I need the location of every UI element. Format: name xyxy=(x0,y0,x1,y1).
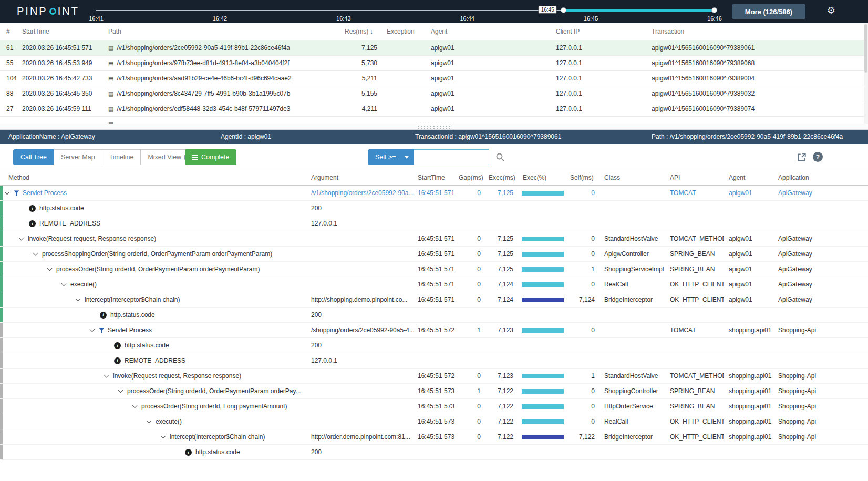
transaction-row-partial[interactable]: ▤ xyxy=(0,117,868,124)
app-logo[interactable]: PINPINT xyxy=(17,5,79,17)
col-header-method[interactable]: Method xyxy=(0,174,310,181)
col-header-argument[interactable]: Argument xyxy=(310,174,417,181)
timeline-handle-left[interactable] xyxy=(561,7,566,13)
tab-call-tree[interactable]: Call Tree xyxy=(13,149,54,165)
txn-path[interactable]: ▤/v1/shopping/orders/8c434729-7ff5-4991-… xyxy=(105,90,342,97)
tree-method[interactable]: iREMOTE_ADDRESS xyxy=(0,357,310,364)
tree-agent: shopping.api01 xyxy=(724,433,773,441)
tree-method[interactable]: iREMOTE_ADDRESS xyxy=(0,220,310,227)
tab-timeline[interactable]: Timeline xyxy=(102,149,141,165)
search-icon[interactable] xyxy=(495,152,505,162)
call-tree-row[interactable]: ihttp.status.code200 xyxy=(0,338,868,353)
tree-method[interactable]: invoke(Request request, Response respons… xyxy=(0,372,310,380)
call-tree-row[interactable]: invoke(Request request, Response respons… xyxy=(0,231,868,247)
tree-method[interactable]: execute() xyxy=(0,281,310,288)
txn-path[interactable]: ▤/v1/shopping/orders/97fb73ee-d81d-4913-… xyxy=(105,59,342,67)
call-tree-row[interactable]: ihttp.status.code200 xyxy=(0,445,868,460)
call-tree-row[interactable]: ihttp.status.code200 xyxy=(0,201,868,216)
chevron-down-icon[interactable] xyxy=(19,236,24,241)
chevron-down-icon[interactable] xyxy=(147,418,152,424)
col-header-gap-ms[interactable]: Gap(ms) xyxy=(459,174,485,181)
complete-button[interactable]: Complete xyxy=(185,149,236,165)
tab-server-map[interactable]: Server Map xyxy=(54,149,102,165)
call-tree-row[interactable]: execute()16:45:51 57307,1220RealCallOK_H… xyxy=(0,414,868,429)
col-header-path[interactable]: Path xyxy=(105,28,342,35)
call-tree-row[interactable]: iREMOTE_ADDRESS127.0.0.1 xyxy=(0,353,868,369)
call-tree-row[interactable]: execute()16:45:51 57107,1240RealCallOK_H… xyxy=(0,277,868,292)
call-tree-row[interactable]: Servlet Process/v1/shopping/orders/2ce05… xyxy=(0,186,868,201)
call-tree-row[interactable]: processOrder(String orderId, OrderPaymen… xyxy=(0,384,868,399)
tree-method[interactable]: execute() xyxy=(0,418,310,425)
call-tree-row[interactable]: iREMOTE_ADDRESS127.0.0.1 xyxy=(0,216,868,231)
col-header-class[interactable]: Class xyxy=(599,174,665,181)
tree-method[interactable]: intercept(Interceptor$Chain chain) xyxy=(0,296,310,303)
chevron-down-icon[interactable] xyxy=(132,403,138,408)
scrollbar-thumb[interactable] xyxy=(864,24,867,73)
call-tree-row[interactable]: intercept(Interceptor$Chain chain)http:/… xyxy=(0,292,868,308)
transaction-row[interactable]: 272020.03.26 16:45:59 111▤/v1/shopping/o… xyxy=(0,101,868,117)
chevron-down-icon[interactable] xyxy=(90,327,95,332)
sort-desc-icon: ↓ xyxy=(370,28,373,35)
col-header-exec-pct[interactable]: Exec(%) xyxy=(518,174,567,181)
col-header-index[interactable]: # xyxy=(0,28,19,35)
transaction-row[interactable]: 552020.03.26 16:45:53 949▤/v1/shopping/o… xyxy=(0,56,868,71)
tree-method[interactable]: ihttp.status.code xyxy=(0,204,310,212)
col-header-api[interactable]: API xyxy=(665,174,724,181)
tree-method[interactable]: processOrder(String orderId, OrderPaymen… xyxy=(0,265,310,273)
chevron-down-icon[interactable] xyxy=(47,266,53,271)
txn-path[interactable]: ▤/v1/shopping/orders/edf58448-32d3-454c-… xyxy=(105,105,342,112)
call-tree-row[interactable]: Servlet Process/shopping/orders/2ce05992… xyxy=(0,323,868,338)
col-header-start-time[interactable]: StartTime xyxy=(19,28,105,35)
col-header-exception[interactable]: Exception xyxy=(384,28,428,35)
call-tree-row[interactable]: ihttp.status.code200 xyxy=(0,308,868,323)
tree-method[interactable]: intercept(Interceptor$Chain chain) xyxy=(0,433,310,441)
txn-path[interactable]: ▤/v1/shopping/orders/aad91b29-ce4e-46b6-… xyxy=(105,75,342,82)
col-header-client-ip[interactable]: Client IP xyxy=(553,28,648,35)
col-header-res-ms[interactable]: Res(ms)↓ xyxy=(342,28,384,35)
tree-method[interactable]: invoke(Request request, Response respons… xyxy=(0,235,310,242)
chevron-down-icon[interactable] xyxy=(118,388,123,393)
col-header-application[interactable]: Application xyxy=(773,174,868,181)
transaction-row[interactable]: 612020.03.26 16:45:51 571▤/v1/shopping/o… xyxy=(0,40,868,56)
tree-method[interactable]: ihttp.status.code xyxy=(0,448,310,456)
info-agent-id: AgentId : apigw01 xyxy=(221,130,271,144)
chevron-down-icon[interactable] xyxy=(104,373,109,378)
chevron-down-icon[interactable] xyxy=(161,434,166,439)
call-tree-row[interactable]: intercept(Interceptor$Chain chain)http:/… xyxy=(0,429,868,445)
tree-method[interactable]: processShoppingOrder(String orderId, Ord… xyxy=(0,250,310,258)
txn-path[interactable]: ▤/v1/shopping/orders/2ce05992-90a5-419f-… xyxy=(105,44,342,52)
chevron-down-icon[interactable] xyxy=(76,296,81,302)
col-header-agent[interactable]: Agent xyxy=(724,174,773,181)
call-tree-row[interactable]: processOrder(String orderId, OrderPaymen… xyxy=(0,262,868,277)
call-tree-row[interactable]: invoke(Request request, Response respons… xyxy=(0,369,868,384)
chevron-down-icon[interactable] xyxy=(61,281,67,286)
tree-method[interactable]: Servlet Process xyxy=(0,326,310,334)
chevron-down-icon[interactable] xyxy=(5,190,10,195)
timeline-slider[interactable]: 16:45 16:41 16:42 16:43 16:44 16:45 16:4… xyxy=(96,0,715,23)
tree-method[interactable]: Servlet Process xyxy=(0,189,310,197)
col-header-start-time[interactable]: StartTime xyxy=(417,174,459,181)
transaction-row[interactable]: 1042020.03.26 16:45:42 733▤/v1/shopping/… xyxy=(0,71,868,86)
col-header-agent[interactable]: Agent xyxy=(428,28,553,35)
more-button[interactable]: More (126/586) xyxy=(732,4,805,19)
open-in-new-icon[interactable] xyxy=(797,152,807,162)
call-tree-row[interactable]: processShoppingOrder(String orderId, Ord… xyxy=(0,247,868,262)
col-header-transaction[interactable]: Transaction xyxy=(648,28,868,35)
transaction-row[interactable]: 882020.03.26 16:45:45 350▤/v1/shopping/o… xyxy=(0,86,868,101)
tree-method[interactable]: ihttp.status.code xyxy=(0,342,310,349)
filter-select[interactable]: Self >= xyxy=(368,149,414,165)
col-header-exec-ms[interactable]: Exec(ms) xyxy=(485,174,518,181)
tree-method[interactable]: processOrder(String orderId, OrderPaymen… xyxy=(0,387,310,395)
vertical-scrollbar[interactable] xyxy=(864,23,868,124)
timeline-handle-right[interactable] xyxy=(711,7,717,13)
txn-path[interactable]: ▤ xyxy=(105,120,342,124)
col-header-self-ms[interactable]: Self(ms) xyxy=(567,174,599,181)
call-tree-row[interactable]: processOrder(String orderId, Long paymen… xyxy=(0,399,868,414)
search-input[interactable] xyxy=(414,149,489,165)
gear-icon[interactable]: ⚙ xyxy=(827,6,835,15)
chevron-down-icon[interactable] xyxy=(33,251,38,256)
resize-handle[interactable] xyxy=(0,124,868,130)
help-icon[interactable]: ? xyxy=(813,152,823,162)
tree-method[interactable]: processOrder(String orderId, Long paymen… xyxy=(0,403,310,410)
tree-method[interactable]: ihttp.status.code xyxy=(0,311,310,319)
